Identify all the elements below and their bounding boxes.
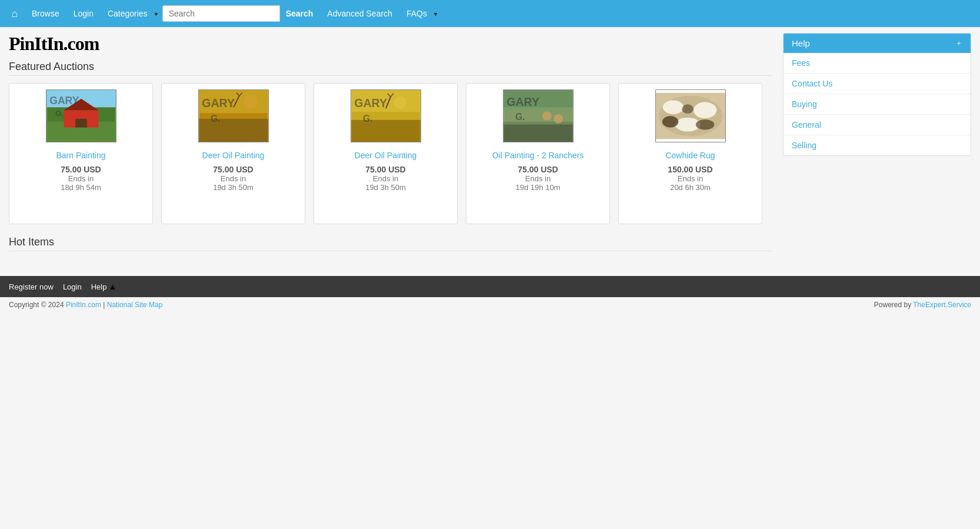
ranchers-painting-svg: GARY G. — [503, 89, 574, 142]
navbar: ⌂ Browse Login Categories ▾ Search Advan… — [0, 0, 980, 27]
fees-link[interactable]: Fees — [784, 53, 971, 74]
general-link[interactable]: General — [784, 115, 971, 135]
categories-dropdown[interactable]: Categories ▾ — [102, 6, 158, 21]
national-site-map-link[interactable]: National Site Map — [107, 301, 163, 309]
help-panel: Help ＋ Fees Contact Us Buying General Se… — [783, 33, 971, 156]
help-header: Help ＋ — [784, 34, 971, 53]
svg-rect-29 — [504, 107, 572, 124]
svg-text:GARY: GARY — [49, 95, 79, 107]
barn-painting-svg: GARY G. — [46, 89, 116, 142]
auction-title-2[interactable]: Deer Oil Painting — [202, 151, 265, 160]
svg-text:G.: G. — [515, 112, 525, 122]
advanced-search-link[interactable]: Advanced Search — [321, 6, 398, 21]
search-button[interactable]: Search — [280, 4, 319, 23]
sidebar: Help ＋ Fees Contact Us Buying General Se… — [783, 33, 971, 258]
auction-ends-label-1: Ends in — [68, 174, 94, 183]
copyright-separator: | — [101, 301, 107, 309]
login-link[interactable]: Login — [68, 6, 99, 21]
auction-card-5: Cowhide Rug 150.00 USD Ends in 20d 6h 30… — [618, 83, 762, 224]
theexpert-service-link[interactable]: TheExpert.Service — [913, 301, 971, 309]
faqs-dropdown-arrow: ▾ — [434, 11, 437, 17]
auction-time-3: 19d 3h 50m — [365, 183, 406, 192]
auction-image-5 — [655, 89, 726, 142]
auction-price-3: 75.00 USD — [365, 165, 405, 174]
powered-by-text: Powered by — [874, 301, 914, 309]
copyright-bar: Copyright © 2024 PinItIn.com | National … — [0, 297, 980, 312]
home-icon[interactable]: ⌂ — [6, 5, 24, 22]
auction-image-1: GARY G. — [46, 89, 116, 142]
auction-time-2: 19d 3h 50m — [213, 183, 254, 192]
svg-text:GARY: GARY — [354, 97, 387, 109]
svg-point-40 — [695, 119, 714, 130]
pinitln-link[interactable]: PinItIn.com — [66, 301, 101, 309]
footer-help-link[interactable]: Help ▲ — [91, 282, 117, 291]
hot-items-title: Hot Items — [9, 236, 771, 251]
auction-price-1: 75.00 USD — [61, 165, 101, 174]
faqs-dropdown[interactable]: FAQs ▾ — [401, 6, 437, 21]
auction-image-2: GARY G. — [198, 89, 269, 142]
auction-title-4[interactable]: Oil Painting - 2 Ranchers — [492, 151, 584, 160]
svg-rect-5 — [75, 119, 87, 128]
svg-rect-19 — [351, 120, 420, 142]
categories-dropdown-arrow: ▾ — [155, 11, 158, 17]
auction-price-4: 75.00 USD — [518, 165, 558, 174]
register-now-link[interactable]: Register now — [9, 282, 54, 291]
copyright-left: Copyright © 2024 PinItIn.com | National … — [9, 301, 162, 309]
featured-auctions-title: Featured Auctions — [9, 61, 771, 76]
footer-help-arrow: ▲ — [108, 282, 116, 291]
auction-price-2: 75.00 USD — [213, 165, 253, 174]
search-input[interactable] — [162, 5, 280, 22]
copyright-right: Powered by TheExpert.Service — [874, 301, 971, 309]
footer-bar: Register now Login Help ▲ — [0, 276, 980, 297]
auction-image-4: GARY G. — [503, 89, 574, 142]
footer-login-link[interactable]: Login — [63, 282, 82, 291]
svg-text:G.: G. — [55, 109, 64, 118]
auction-time-1: 18d 9h 54m — [61, 183, 101, 192]
auction-ends-label-4: Ends in — [525, 174, 551, 183]
copyright-text: Copyright © 2024 — [9, 301, 66, 309]
buying-link[interactable]: Buying — [784, 94, 971, 115]
svg-point-20 — [394, 97, 406, 109]
auction-card-3: GARY G. Deer Oil Painting 75.00 USD Ends… — [314, 83, 458, 224]
svg-text:GARY: GARY — [506, 95, 539, 108]
help-expand-icon[interactable]: ＋ — [955, 38, 962, 48]
auction-price-5: 150.00 USD — [668, 165, 712, 174]
browse-link[interactable]: Browse — [26, 6, 65, 21]
contact-us-link[interactable]: Contact Us — [784, 74, 971, 94]
auction-time-5: 20d 6h 30m — [670, 183, 711, 192]
svg-point-41 — [682, 104, 694, 114]
footer-help-text[interactable]: Help — [91, 282, 107, 291]
cowhide-rug-svg — [655, 89, 726, 142]
help-header-text: Help — [792, 38, 810, 48]
auction-ends-label-2: Ends in — [221, 174, 246, 183]
auction-time-4: 19d 19h 10m — [516, 183, 561, 192]
svg-point-33 — [554, 114, 563, 124]
auction-title-3[interactable]: Deer Oil Painting — [355, 151, 417, 160]
auction-ends-label-5: Ends in — [678, 174, 703, 183]
svg-point-11 — [244, 95, 257, 108]
auction-image-3: GARY G. — [351, 89, 421, 142]
categories-link[interactable]: Categories — [102, 6, 154, 21]
auction-card-4: GARY G. Oil Painting - 2 Ranchers 75.00 … — [466, 83, 610, 224]
main-wrapper: PinItIn.com Featured Auctions GARY G. — [0, 27, 980, 264]
faqs-link[interactable]: FAQs — [401, 6, 433, 21]
hot-items-section: Hot Items — [9, 236, 771, 251]
svg-text:GARY: GARY — [202, 97, 235, 109]
selling-link[interactable]: Selling — [784, 135, 971, 155]
auction-card-1: GARY G. Barn Painting 75.00 USD Ends in … — [9, 83, 153, 224]
auction-title-1[interactable]: Barn Painting — [56, 151, 105, 160]
auction-title-5[interactable]: Cowhide Rug — [665, 151, 715, 160]
svg-text:G.: G. — [210, 114, 220, 124]
content-area: PinItIn.com Featured Auctions GARY G. — [9, 33, 771, 258]
auction-card-2: GARY G. Deer Oil Painting 75.00 USD Ends… — [161, 83, 305, 224]
deer-painting-svg-2: GARY G. — [351, 89, 421, 142]
svg-point-39 — [662, 116, 678, 128]
svg-point-32 — [542, 111, 551, 121]
svg-rect-10 — [199, 119, 268, 142]
svg-point-37 — [693, 102, 716, 118]
svg-rect-28 — [504, 122, 572, 142]
svg-text:G.: G. — [362, 114, 372, 124]
svg-point-36 — [662, 100, 683, 114]
auction-grid: GARY G. Barn Painting 75.00 USD Ends in … — [9, 83, 771, 224]
auction-ends-label-3: Ends in — [373, 174, 398, 183]
